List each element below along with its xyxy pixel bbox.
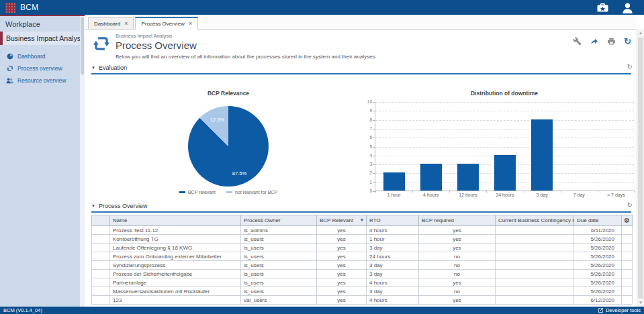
column-header-bcp-relevant[interactable]: BCP Relevant▼ [317, 215, 367, 226]
table-cell: 5/26/2020 [574, 244, 622, 252]
sidebar-scrollbar-thumb[interactable] [81, 17, 84, 74]
column-settings-gear-icon[interactable]: ⚙ [624, 217, 630, 224]
refresh-evaluation-icon[interactable]: ↻ [627, 64, 633, 70]
sidebar-item-label: Process overview [17, 65, 62, 72]
table-row[interactable]: Prozess zum Onboarding externer Mitarbei… [92, 252, 633, 261]
tab-close-icon[interactable]: × [189, 21, 192, 27]
table-row[interactable]: Partneranlageis_usersyes4 hoursyes5/26/2… [92, 278, 633, 287]
table-cell: yes [317, 261, 367, 270]
row-settings-cell [622, 287, 633, 296]
process-table: NameProcess OwnerBCP Relevant▼RTOBCP req… [91, 215, 633, 305]
process-overview-section-header: ▼Process Overview ↻ [91, 203, 631, 213]
table-cell: no [419, 270, 496, 278]
column-header-current-business-contingency-pl[interactable]: Current Business Contingency Pl... [496, 215, 574, 226]
table-cell: 4 hours [367, 296, 419, 305]
print-icon[interactable] [607, 37, 616, 46]
table-cell: 5/26/2020 [574, 235, 622, 244]
table-row[interactable]: Kontoeröffnung TGis_usersyes1 houryes5/2… [92, 235, 633, 244]
row-settings-cell [622, 261, 633, 270]
row-settings-cell [622, 296, 633, 305]
column-header-label: BCP Relevant [320, 217, 353, 223]
table-cell: is_users [241, 287, 317, 296]
gridline [375, 120, 634, 121]
gridline [375, 111, 634, 111]
developer-tools-button[interactable]: Developer tools [598, 307, 641, 313]
scroll-down-icon[interactable]: ▼ [637, 299, 644, 307]
column-header-label: Name [113, 217, 127, 223]
x-axis-tick [486, 191, 487, 193]
x-axis-tick [449, 191, 450, 193]
sidebar-scrollbar[interactable] [80, 16, 85, 307]
collapse-process-overview-icon[interactable]: ▼ [91, 204, 95, 208]
user-avatar-icon[interactable] [622, 2, 633, 13]
row-select-cell [92, 296, 110, 305]
column-header-select[interactable] [92, 215, 110, 226]
table-cell: yes [419, 244, 496, 252]
column-header-label: Due date [577, 217, 598, 223]
table-cell: 5/26/2020 [574, 287, 622, 296]
scrollbar-thumb[interactable] [638, 38, 643, 299]
bar [531, 119, 553, 191]
tab-label: Dashboard [94, 21, 120, 27]
y-axis-tick [373, 147, 375, 148]
table-cell: yes [317, 244, 367, 252]
table-cell: 4 hours [367, 226, 419, 235]
column-header-settings[interactable]: ⚙ [622, 215, 633, 226]
legend-item: not relevant for BCP [226, 190, 277, 195]
row-settings-cell [622, 244, 633, 252]
tools-wrench-icon[interactable] [573, 37, 582, 46]
workplace-briefcase-icon[interactable] [597, 3, 608, 12]
vertical-scrollbar[interactable]: ▲ ▼ [637, 30, 644, 307]
tab-process-overview[interactable]: Process Overview × [135, 17, 198, 30]
tab-dashboard[interactable]: Dashboard × [88, 17, 134, 29]
table-cell: Prozess zum Onboarding externer Mitarbei… [110, 252, 241, 261]
table-row[interactable]: Laufende Offenlegung § 18 KWGis_usersyes… [92, 244, 633, 252]
collapse-evaluation-icon[interactable]: ▼ [91, 66, 95, 70]
column-header-process-owner[interactable]: Process Owner [241, 215, 317, 226]
sidebar-workplace-header[interactable]: Workplace [0, 16, 85, 32]
tab-close-icon[interactable]: × [124, 21, 128, 27]
y-axis-tick [373, 111, 375, 111]
column-header-due-date[interactable]: Due date [574, 215, 622, 226]
table-row[interactable]: Prozess Test 11.12is_adminsyes4 hoursyes… [92, 226, 633, 235]
column-header-name[interactable]: Name [110, 215, 241, 226]
process-cycle-icon [6, 65, 13, 72]
legend-item: BCP relevant [179, 190, 216, 195]
table-cell: 3 day [367, 261, 419, 270]
pie-chart-legend: BCP relevantnot relevant for BCP [128, 190, 329, 195]
sidebar-item-dashboard[interactable]: Dashboard [0, 50, 85, 62]
gridline [375, 138, 634, 138]
table-cell: yes [317, 270, 367, 278]
bcm-app: BCM Workplace Business Impact Analysis D… [0, 0, 644, 314]
y-axis-tick [373, 138, 375, 138]
resource-people-icon [6, 77, 13, 84]
process-overview-section-label: Process Overview [99, 203, 148, 209]
table-cell: 1 hour [367, 235, 419, 244]
x-axis-tick [561, 191, 561, 193]
filter-icon[interactable]: ▼ [360, 218, 364, 222]
table-row[interactable]: Prozess der Sicherheitenfreigabeis_users… [92, 270, 633, 278]
sidebar-item-process-overview[interactable]: Process overview [0, 62, 85, 74]
table-cell: Prozess der Sicherheitenfreigabe [110, 270, 241, 278]
table-row[interactable]: 123val_usersyes4 hoursyes6/12/2020 [92, 296, 633, 305]
table-row[interactable]: Syndizierungsprozessis_usersyes3 dayno5/… [92, 261, 633, 270]
table-cell: yes [419, 226, 496, 235]
refresh-process-overview-icon[interactable]: ↻ [627, 202, 633, 209]
evaluation-section-label: Evaluation [99, 64, 127, 71]
share-forward-icon[interactable] [590, 37, 599, 46]
refresh-page-icon[interactable]: ↻ [624, 37, 631, 46]
y-axis-tick-label: 9 [362, 109, 372, 113]
sidebar-item-resource-overview[interactable]: Resource overview [0, 74, 85, 87]
y-axis-tick [373, 182, 375, 183]
x-axis-tick-label: 7 day [573, 193, 585, 197]
developer-tools-label: Developer tools [606, 307, 641, 313]
sidebar-module-business-impact-analysis[interactable]: Business Impact Analysis [0, 32, 85, 45]
scroll-up-icon[interactable]: ▲ [637, 30, 644, 37]
page-toolbar: ↻ [573, 37, 631, 46]
column-header-bcp-required[interactable]: BCP required [419, 215, 496, 226]
process-overview-page-icon [93, 35, 110, 60]
row-settings-cell [622, 252, 633, 261]
table-row[interactable]: Massenversandsaktionen mit Rückläuferis_… [92, 287, 633, 296]
column-header-rto[interactable]: RTO [367, 215, 419, 226]
y-axis-tick [373, 102, 375, 103]
